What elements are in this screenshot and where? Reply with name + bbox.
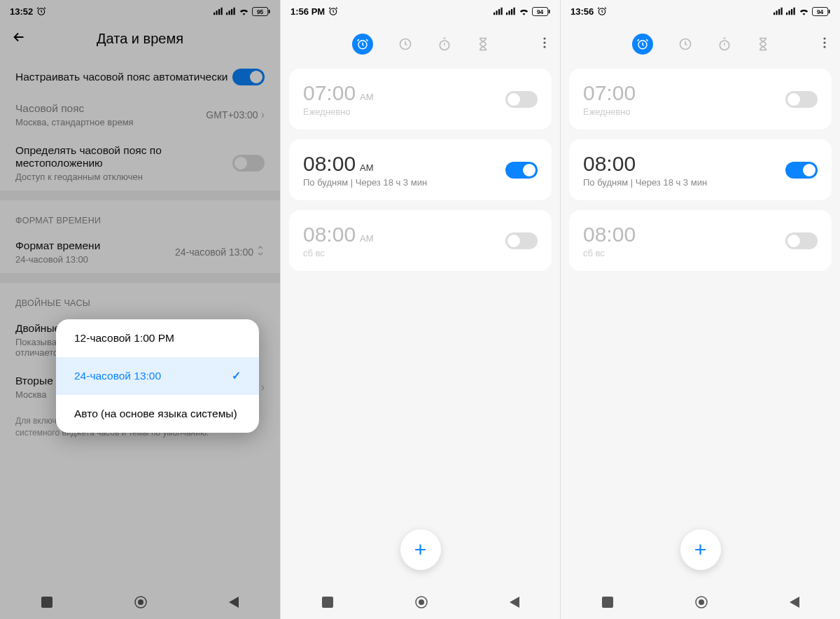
svg-rect-19 [501,8,503,15]
section-label: ФОРМАТ ВРЕМЕНИ [0,200,280,231]
geo-timezone-row[interactable]: Определять часовой пояс по местоположени… [0,136,280,190]
row-label: Определять часовой пояс по местоположени… [15,144,232,169]
alarm-card[interactable]: 08:00AM сб вс [289,210,552,271]
alarm-time: 07:00 [583,81,636,105]
svg-point-56 [699,599,704,605]
svg-text:94: 94 [817,8,824,15]
add-alarm-button[interactable]: + [400,529,441,570]
row-label: Формат времени [15,239,175,252]
svg-rect-39 [778,9,780,15]
tab-stopwatch[interactable] [718,37,732,51]
timezone-row[interactable]: Часовой пояс Москва, стандартное время G… [0,94,280,136]
alarm-toggle[interactable] [505,232,538,249]
tab-alarm[interactable] [632,34,653,55]
alarm-toggle[interactable] [785,232,818,249]
svg-point-50 [720,41,729,50]
status-bar: 13:56 94 [561,0,840,22]
tab-clock[interactable] [398,37,412,51]
nav-bar [0,585,280,619]
svg-text:94: 94 [537,8,544,15]
svg-rect-5 [226,13,227,15]
svg-point-30 [543,37,545,39]
phone-clock-12h: 1:56 PM 94 07:00AM Ежедневно 08:00AM По … [280,0,560,619]
alarm-toggle[interactable] [505,91,538,108]
svg-rect-18 [498,9,500,15]
option-24h[interactable]: 24-часовой 13:00 ✓ [56,357,259,395]
nav-recent-icon[interactable] [322,597,333,608]
signal-icon [786,7,796,15]
svg-rect-20 [506,13,507,15]
auto-timezone-toggle[interactable] [232,69,265,85]
tab-stopwatch[interactable] [438,37,451,51]
svg-rect-21 [509,11,510,15]
auto-timezone-row[interactable]: Настраивать часовой пояс автоматически [0,60,280,94]
chevron-right-icon: › [261,109,265,121]
status-time: 13:52 [10,6,33,17]
add-alarm-button[interactable]: + [680,529,721,570]
nav-back-icon[interactable] [790,597,799,608]
svg-rect-10 [269,9,270,13]
alarm-time: 08:00 [303,152,356,176]
phone-settings: 13:52 95 Дата и время Настраивать часово… [0,0,280,619]
svg-rect-40 [781,8,783,15]
nav-recent-icon[interactable] [602,597,613,608]
svg-rect-12 [41,597,52,608]
time-format-popup: 12-часовой 1:00 PM 24-часовой 13:00 ✓ Ав… [56,319,259,433]
svg-point-51 [823,37,825,39]
alarm-card[interactable]: 08:00 сб вс [569,210,832,271]
svg-rect-42 [789,11,790,15]
signal-icon [506,7,516,15]
alarm-card[interactable]: 07:00AM Ежедневно [289,69,552,130]
tab-timer[interactable] [477,37,489,51]
option-12h[interactable]: 12-часовой 1:00 PM [56,319,259,357]
nav-recent-icon[interactable] [41,597,52,608]
signal-icon [493,7,503,15]
geo-timezone-toggle[interactable] [232,155,265,172]
nav-back-icon[interactable] [510,597,519,608]
alarm-desc: сб вс [303,248,505,258]
alarm-card[interactable]: 07:00 Ежедневно [569,69,832,130]
svg-point-14 [138,599,144,605]
nav-home-icon[interactable] [415,596,428,608]
alarm-toggle[interactable] [785,162,818,179]
alarm-card[interactable]: 08:00AM По будням | Через 18 ч 3 мин [289,139,552,200]
alarm-card[interactable]: 08:00 По будням | Через 18 ч 3 мин [569,139,832,200]
alarm-time: 08:00 [583,223,636,246]
svg-rect-43 [791,9,792,15]
svg-rect-6 [229,11,230,15]
alarm-time: 07:00 [303,81,356,105]
check-icon: ✓ [232,370,241,382]
alarm-time: 08:00 [303,223,356,246]
nav-home-icon[interactable] [134,596,147,608]
svg-rect-8 [234,8,235,15]
row-sublabel: Москва, стандартное время [15,117,206,127]
nav-back-icon[interactable] [229,597,239,608]
battery-icon: 95 [252,7,270,16]
tab-timer[interactable] [757,37,769,51]
wifi-icon [799,7,809,15]
svg-rect-23 [514,8,515,15]
alarm-toggle[interactable] [785,91,818,108]
svg-rect-38 [776,11,778,15]
svg-point-53 [823,46,825,48]
svg-rect-7 [231,9,232,15]
status-bar: 1:56 PM 94 [281,0,560,22]
svg-text:95: 95 [257,8,264,15]
nav-home-icon[interactable] [695,596,708,608]
alarm-desc: Ежедневно [583,106,785,117]
status-bar: 13:52 95 [0,0,280,22]
row-label: Часовой пояс [15,102,206,115]
tab-clock[interactable] [678,37,692,51]
svg-rect-41 [786,13,788,15]
clock-tabs [281,22,560,69]
svg-point-31 [543,41,545,43]
svg-rect-54 [602,597,613,608]
option-auto[interactable]: Авто (на основе языка системы) [56,395,259,433]
time-format-row[interactable]: Формат времени 24-часовой 13:00 24-часов… [0,231,280,273]
more-menu[interactable] [543,37,546,51]
battery-icon: 94 [532,7,550,16]
alarm-toggle[interactable] [505,162,538,179]
more-menu[interactable] [823,37,826,51]
tab-alarm[interactable] [352,34,373,55]
signal-icon [226,7,236,15]
